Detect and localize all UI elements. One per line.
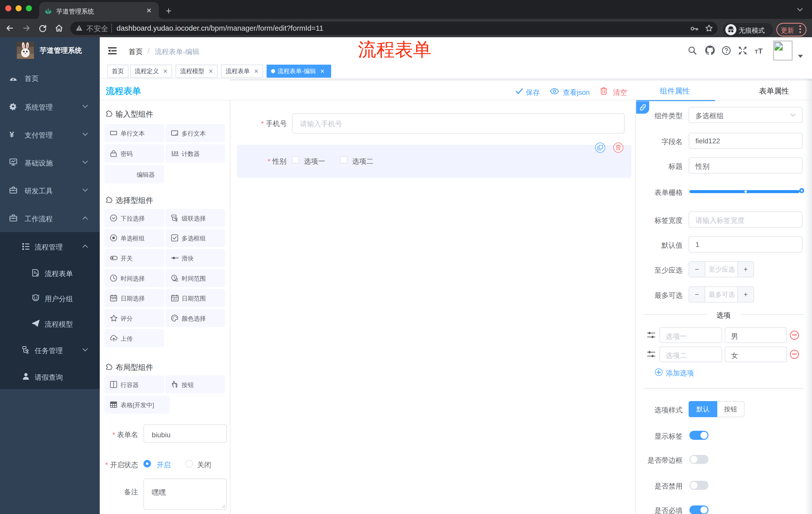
svg-text:123: 123	[171, 151, 178, 155]
